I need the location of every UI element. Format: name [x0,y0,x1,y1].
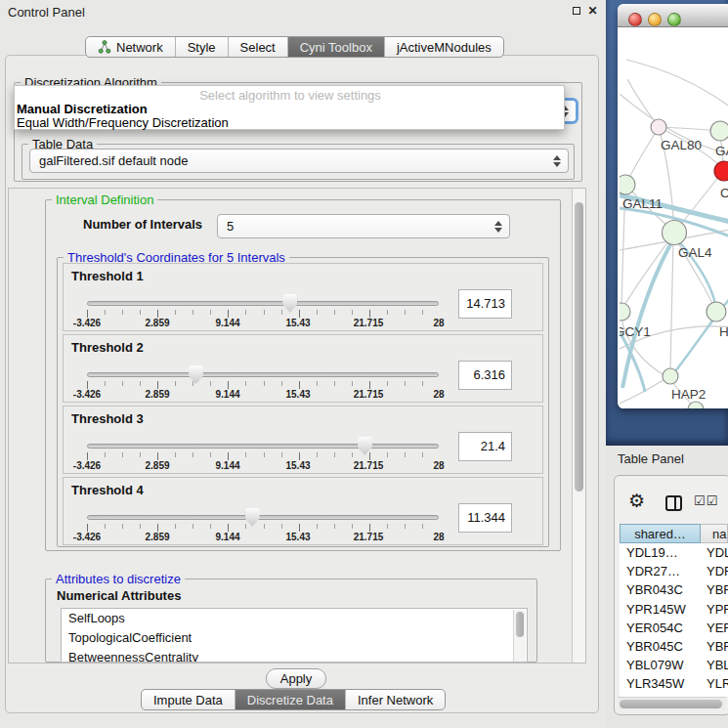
threshold-2-label: Threshold 2 [71,340,144,355]
panel-title: Control Panel [8,5,85,20]
network-node[interactable] [620,303,630,321]
float-window-icon[interactable] [570,5,582,18]
network-node[interactable] [710,121,728,141]
network-node[interactable] [651,119,666,135]
tab-discretize-data-label: Discretize Data [247,690,333,710]
threshold-1-value[interactable]: 14.713 [458,289,512,319]
threshold-2-panel: Threshold 2 -3.4262.8599.14415.4321.7152… [63,334,543,403]
network-node[interactable] [663,368,678,384]
network-node[interactable] [707,302,726,321]
threshold-3-panel: Threshold 3 -3.4262.8599.14415.4321.7152… [63,406,543,474]
table-row[interactable]: YDL19…YDL1 [620,543,728,562]
scale-tick-label: 9.144 [215,389,239,400]
threshold-4-label: Threshold 4 [71,483,144,497]
tab-select[interactable]: Select [229,37,288,57]
tab-style[interactable]: Style [176,37,229,57]
threshold-3-slider-track[interactable] [87,444,439,449]
scrollbar-thumb[interactable] [620,700,722,708]
table-row[interactable]: YLR345WYLR3 [620,674,728,693]
scrollbar-thumb[interactable] [516,612,524,637]
scale-tick-label: 9.144 [215,460,239,471]
attributes-scrollbar[interactable] [513,610,526,663]
threshold-3-value[interactable]: 21.4 [458,432,512,461]
scrollbar-thumb[interactable] [575,202,583,492]
scale-tick-label: 9.144 [215,318,239,328]
scale-tick-label: 2.859 [145,389,169,400]
table-data-selected: galFiltered.sif default node [39,153,188,168]
popup-prompt: Select algorithm to view settings [15,86,564,103]
network-node[interactable] [620,175,635,194]
column-header-name[interactable]: na [701,524,728,543]
combo-arrows-icon [553,155,561,167]
table-row[interactable]: YPR145WYPR1 [620,600,728,619]
table-row[interactable]: YBR045CYBR0 [620,637,728,656]
network-canvas[interactable]: GAL80GACGAL11GAL4GCY1HHAP2 [620,28,728,408]
slider-ticks [87,524,440,532]
scale-tick-label: 15.43 [285,460,310,471]
tab-infer-network[interactable]: Infer Network [346,690,445,709]
attribute-item[interactable]: SelfLoops [62,609,527,628]
close-icon[interactable]: ✕ [586,5,599,18]
zoom-traffic-light-icon[interactable] [667,13,681,26]
tab-infer-network-label: Infer Network [358,690,433,710]
slider-ticks [87,310,440,318]
minimize-traffic-light-icon[interactable] [648,13,662,26]
scale-tick-label: -3.426 [73,318,101,328]
threshold-4-slider-track[interactable] [87,515,439,520]
settings-vertical-scrollbar[interactable] [572,189,585,663]
slider-scale-labels: -3.4262.8599.14415.4321.71528 [64,460,544,472]
threshold-4-value[interactable]: 11.344 [458,503,512,533]
tab-select-label: Select [240,37,276,58]
scale-tick-label: -3.426 [73,460,101,471]
tab-discretize-data[interactable]: Discretize Data [236,690,346,709]
scale-tick-label: 21.715 [354,389,384,400]
table-row[interactable]: YER054CYER0 [620,619,728,637]
scale-tick-label: 28 [433,460,444,471]
top-tab-bar: Network Style Select Cyni Toolbox jActiv… [85,36,504,58]
threshold-2-slider-track[interactable] [87,372,439,377]
tab-network[interactable]: Network [86,37,176,57]
table-horizontal-scrollbar[interactable] [618,697,726,709]
number-of-intervals-label: Number of Intervals [83,217,202,232]
numerical-attributes-list[interactable]: SelfLoopsTopologicalCoefficientBetweenne… [61,608,528,663]
slider-scale-labels: -3.4262.8599.14415.4321.71528 [64,389,544,401]
threshold-1-slider-track[interactable] [87,301,439,306]
tab-cyni-toolbox[interactable]: Cyni Toolbox [288,37,385,57]
tab-cyni-toolbox-label: Cyni Toolbox [300,37,372,58]
gear-icon[interactable]: ⚙ [628,492,645,510]
network-view-window[interactable]: GAL80GACGAL11GAL4GCY1HHAP2 [618,4,728,408]
attribute-item[interactable]: TopologicalCoefficient [62,628,527,648]
table-row[interactable]: YBR043CYBR0 [620,580,728,599]
threshold-3-label: Threshold 3 [71,411,144,426]
network-node[interactable] [714,161,728,181]
popup-option-equal-width-frequency[interactable]: Equal Width/Frequency Discretization [15,116,564,130]
network-icon [98,40,111,54]
column-header-shared[interactable]: shared… [620,524,701,543]
tab-impute-data[interactable]: Impute Data [142,690,236,709]
checkboxes-icon[interactable]: ☑☑ [694,493,718,508]
table-row[interactable]: YBL079WYBL0 [620,656,728,674]
scale-tick-label: 21.715 [354,318,384,328]
number-of-intervals-combobox[interactable]: 5 [217,214,510,238]
network-window-titlebar[interactable] [618,4,728,27]
table-row[interactable]: YDR27…YDR2 [620,562,728,580]
table-panel-title: Table Panel [618,451,684,466]
close-traffic-light-icon[interactable] [628,13,642,26]
apply-button[interactable]: Apply [266,668,326,689]
attribute-item[interactable]: BetweennessCentrality [62,648,527,663]
number-of-intervals-value: 5 [227,219,234,234]
columns-icon[interactable] [665,495,682,511]
table-header-row: shared… na [620,524,728,543]
table-rows: YDL19…YDL1YDR27…YDR2YBR043CYBR0YPR145WYP… [620,543,728,697]
tab-jactivemnodules[interactable]: jActiveMNodules [385,37,503,57]
network-node[interactable] [663,221,687,245]
scale-tick-label: 15.43 [285,532,310,542]
threshold-2-value[interactable]: 6.316 [458,361,512,390]
tab-style-label: Style [188,37,216,58]
scale-tick-label: -3.426 [73,389,101,400]
node-label: GAL11 [622,196,663,211]
numerical-attributes-label: Numerical Attributes [57,588,181,603]
table-data-combobox[interactable]: galFiltered.sif default node [29,149,569,173]
slider-ticks [87,381,440,389]
popup-option-manual-discretization[interactable]: Manual Discretization [15,103,564,116]
